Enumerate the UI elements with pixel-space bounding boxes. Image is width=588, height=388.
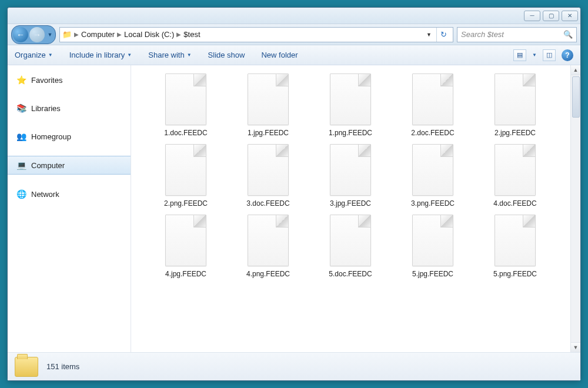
file-name: 2.jpg.FEEDC	[495, 129, 536, 137]
breadcrumb-separator-icon: ▶	[176, 31, 181, 38]
file-item[interactable]: 4.jpg.FEEDC	[148, 215, 224, 278]
file-name: 5.doc.FEEDC	[329, 270, 372, 278]
nav-history-dropdown[interactable]: ▼	[46, 27, 54, 42]
file-grid: 1.doc.FEEDC1.jpg.FEEDC1.png.FEEDC2.doc.F…	[131, 65, 580, 283]
preview-pane-button[interactable]: ◫	[543, 49, 556, 61]
breadcrumb-computer[interactable]: Computer	[81, 30, 115, 39]
search-icon: 🔍	[563, 30, 573, 39]
file-item[interactable]: 2.png.FEEDC	[148, 144, 224, 208]
sidebar-item-favorites[interactable]: ⭐Favorites	[8, 71, 131, 89]
minimize-button[interactable]: ─	[524, 11, 540, 21]
file-name: 2.doc.FEEDC	[411, 129, 454, 137]
scroll-up-icon[interactable]: ▲	[571, 65, 580, 75]
maximize-button[interactable]: ▢	[543, 11, 559, 21]
explorer-window: ─ ▢ ✕ ← → ▼ 📁 ▶ Computer ▶ Local Disk (C…	[7, 7, 581, 381]
file-name: 3.jpg.FEEDC	[330, 199, 371, 208]
folder-icon: 📁	[62, 30, 72, 39]
scroll-thumb[interactable]	[572, 76, 580, 118]
file-name: 4.jpg.FEEDC	[165, 270, 206, 278]
chevron-down-icon: ▼	[48, 52, 53, 58]
share-with-menu[interactable]: Share with▼	[148, 51, 191, 59]
folder-icon	[15, 357, 38, 377]
address-bar[interactable]: 📁 ▶ Computer ▶ Local Disk (C:) ▶ $test ▼…	[59, 27, 453, 42]
file-item[interactable]: 4.doc.FEEDC	[477, 144, 553, 208]
chevron-down-icon: ▼	[187, 52, 192, 58]
computer-icon: 💻	[16, 160, 26, 170]
address-row: ← → ▼ 📁 ▶ Computer ▶ Local Disk (C:) ▶ $…	[8, 24, 580, 45]
file-item[interactable]: 2.jpg.FEEDC	[477, 73, 553, 137]
item-count: 151 items	[46, 362, 79, 371]
file-view[interactable]: 1.doc.FEEDC1.jpg.FEEDC1.png.FEEDC2.doc.F…	[131, 65, 580, 352]
file-icon	[495, 144, 536, 196]
file-item[interactable]: 5.jpg.FEEDC	[395, 215, 471, 278]
nav-buttons: ← → ▼	[11, 25, 56, 44]
file-icon	[165, 144, 206, 196]
file-icon	[165, 215, 206, 266]
toolbar: Organize▼ Include in library▼ Share with…	[8, 45, 580, 65]
file-icon	[330, 144, 371, 196]
new-folder-button[interactable]: New folder	[261, 51, 298, 59]
file-icon	[495, 215, 536, 266]
body: ⭐Favorites 📚Libraries 👥Homegroup 💻Comput…	[8, 65, 580, 352]
file-name: 1.png.FEEDC	[329, 129, 372, 137]
scrollbar[interactable]: ▲ ▼	[570, 65, 580, 352]
sidebar-item-label: Favorites	[31, 76, 62, 85]
file-name: 1.doc.FEEDC	[164, 129, 207, 137]
file-name: 5.jpg.FEEDC	[412, 270, 453, 278]
sidebar-item-network[interactable]: 🌐Network	[8, 185, 131, 203]
star-icon: ⭐	[16, 75, 26, 85]
statusbar: 151 items	[8, 352, 580, 380]
include-library-menu[interactable]: Include in library▼	[69, 51, 132, 59]
file-icon	[248, 73, 289, 125]
file-item[interactable]: 5.png.FEEDC	[477, 215, 553, 278]
scroll-down-icon[interactable]: ▼	[571, 342, 580, 352]
file-item[interactable]: 3.png.FEEDC	[395, 144, 471, 208]
file-name: 1.jpg.FEEDC	[248, 129, 289, 137]
file-name: 5.png.FEEDC	[493, 270, 537, 278]
file-item[interactable]: 2.doc.FEEDC	[395, 73, 471, 137]
file-icon	[412, 144, 453, 196]
breadcrumb-separator-icon: ▶	[74, 31, 79, 38]
file-item[interactable]: 3.doc.FEEDC	[230, 144, 306, 208]
navigation-pane: ⭐Favorites 📚Libraries 👥Homegroup 💻Comput…	[8, 65, 131, 352]
sidebar-item-homegroup[interactable]: 👥Homegroup	[8, 128, 131, 145]
sidebar-item-libraries[interactable]: 📚Libraries	[8, 99, 131, 117]
sidebar-item-label: Homegroup	[31, 132, 71, 141]
homegroup-icon: 👥	[16, 131, 26, 142]
titlebar: ─ ▢ ✕	[8, 8, 580, 24]
chevron-down-icon: ▼	[127, 52, 132, 58]
search-placeholder: Search $test	[461, 30, 504, 39]
view-options-button[interactable]: ▤	[513, 49, 526, 61]
breadcrumb-current[interactable]: $test	[183, 30, 200, 39]
forward-button[interactable]: →	[29, 27, 45, 42]
file-icon	[248, 144, 289, 196]
sidebar-item-computer[interactable]: 💻Computer	[8, 156, 131, 175]
breadcrumb-separator-icon: ▶	[117, 31, 122, 38]
breadcrumb-localdisk[interactable]: Local Disk (C:)	[124, 30, 174, 39]
sidebar-item-label: Network	[31, 190, 59, 199]
file-item[interactable]: 1.png.FEEDC	[312, 73, 389, 137]
file-item[interactable]: 4.png.FEEDC	[230, 215, 306, 278]
file-icon	[412, 215, 453, 266]
slideshow-button[interactable]: Slide show	[208, 51, 245, 59]
chevron-down-icon[interactable]: ▼	[532, 52, 537, 58]
close-button[interactable]: ✕	[562, 11, 578, 21]
file-item[interactable]: 3.jpg.FEEDC	[312, 144, 389, 208]
sidebar-item-label: Computer	[31, 161, 65, 170]
file-name: 2.png.FEEDC	[164, 199, 208, 208]
file-item[interactable]: 5.doc.FEEDC	[312, 215, 389, 278]
sidebar-item-label: Libraries	[31, 104, 61, 113]
organize-menu[interactable]: Organize▼	[15, 51, 53, 59]
file-icon	[165, 73, 206, 125]
network-icon: 🌐	[16, 189, 26, 199]
file-icon	[330, 73, 371, 125]
file-icon	[330, 215, 371, 266]
back-button[interactable]: ←	[13, 27, 28, 42]
help-button[interactable]: ?	[562, 49, 573, 61]
file-item[interactable]: 1.doc.FEEDC	[148, 73, 224, 137]
file-item[interactable]: 1.jpg.FEEDC	[230, 73, 306, 137]
address-dropdown-icon[interactable]: ▼	[424, 32, 434, 38]
refresh-button[interactable]: ↻	[436, 28, 450, 42]
file-name: 4.doc.FEEDC	[493, 199, 536, 208]
search-input[interactable]: Search $test 🔍	[457, 27, 577, 42]
